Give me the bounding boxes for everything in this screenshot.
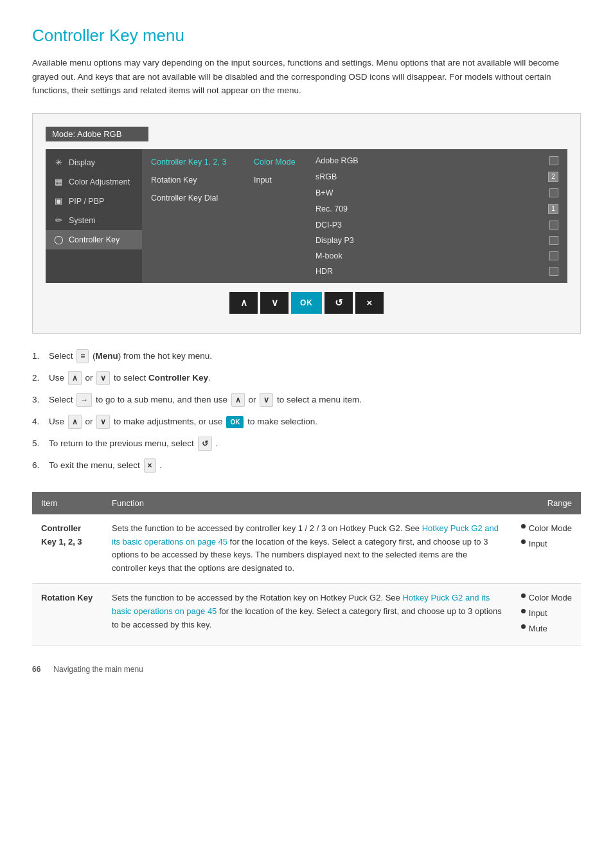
osd-color-adobe-rgb-checkbox[interactable] (549, 156, 558, 165)
osd-colorlist-column: Adobe RGB sRGB 2 B+W Rec. 709 1 DCI-P3 D… (309, 149, 567, 283)
page-title: Controller Key menu (32, 26, 581, 46)
system-icon: ✏ (53, 215, 64, 226)
footer-page-number: 66 (32, 665, 40, 674)
controller-key-icon: ◯ (53, 235, 64, 245)
osd-nav-column: ✳ Display ▦ Color Adjustment ▣ PIP / PBP… (46, 149, 142, 283)
osd-btn-close[interactable]: × (355, 292, 384, 314)
osd-nav-controller-key[interactable]: ◯ Controller Key (46, 230, 142, 249)
osd-submenu-controller-key-123[interactable]: Controller Key 1, 2, 3 (142, 153, 245, 171)
instruction-2-num: 2. (32, 372, 44, 384)
instruction-6: 6. To exit the menu, select × . (32, 458, 581, 473)
instruction-4-num: 4. (32, 415, 44, 428)
pip-pbp-icon: ▣ (53, 196, 64, 206)
up-key-icon[interactable]: ∧ (68, 371, 82, 385)
close-key-icon[interactable]: × (144, 458, 156, 473)
instruction-6-text: To exit the menu, select × . (49, 458, 162, 473)
down-key-3-icon[interactable]: ∨ (96, 415, 110, 429)
osd-color-display-p3[interactable]: Display P3 (309, 233, 567, 248)
instruction-3: 3. Select → to go to a sub menu, and the… (32, 393, 581, 407)
bullet-dot-5 (521, 624, 526, 629)
osd-color-rec709[interactable]: Rec. 709 1 (309, 201, 567, 217)
down-key-2-icon[interactable]: ∨ (260, 393, 273, 407)
osd-color-bw[interactable]: B+W (309, 185, 567, 201)
back-key-icon[interactable]: ↺ (198, 437, 212, 451)
osd-nav-color-adjustment[interactable]: ▦ Color Adjustment (46, 172, 142, 192)
up-key-2-icon[interactable]: ∧ (231, 393, 245, 407)
osd-option-input[interactable]: Input (245, 171, 309, 189)
osd-color-adobe-rgb-label: Adobe RGB (315, 156, 359, 165)
osd-nav-pip-pbp[interactable]: ▣ PIP / PBP (46, 192, 142, 211)
osd-color-dci-p3[interactable]: DCI-P3 (309, 217, 567, 233)
table-header-item: Item (32, 492, 103, 514)
hotkey-puck-link-2[interactable]: Hotkey Puck G2 and its basic operations … (112, 593, 490, 616)
instruction-1-num: 1. (32, 350, 44, 363)
intro-paragraph: Available menu options may vary dependin… (32, 56, 581, 98)
osd-color-mbook-label: M-book (315, 251, 342, 260)
instruction-3-num: 3. (32, 393, 44, 406)
table-header-function: Function (103, 492, 512, 514)
osd-nav-color-adjustment-label: Color Adjustment (69, 177, 130, 186)
table-header-range: Range (512, 492, 581, 514)
osd-color-bw-checkbox[interactable] (549, 188, 558, 197)
table-range-controller-key: Color Mode Input (512, 514, 581, 584)
osd-submenu-column: Controller Key 1, 2, 3 Rotation Key Cont… (142, 149, 245, 283)
osd-btn-down[interactable]: ∨ (260, 292, 289, 314)
range-bullet-color-mode: Color Mode (521, 522, 572, 536)
osd-btn-up[interactable]: ∧ (229, 292, 258, 314)
instruction-6-num: 6. (32, 459, 44, 472)
osd-color-adobe-rgb[interactable]: Adobe RGB (309, 153, 567, 168)
bullet-dot-4 (521, 609, 526, 613)
table-function-rotation-key: Sets the function to be accessed by the … (103, 583, 512, 645)
instruction-1-text: Select ≡ (Menu) from the hot key menu. (49, 349, 212, 363)
arrow-right-icon[interactable]: → (76, 393, 92, 407)
footer: 66 Navigating the main menu (32, 665, 581, 674)
range-input-2-label: Input (529, 607, 547, 620)
osd-color-srgb-label: sRGB (315, 172, 337, 181)
osd-submenu-controller-key-dial[interactable]: Controller Key Dial (142, 189, 245, 207)
instruction-5-text: To return to the previous menu, select ↺… (49, 437, 218, 451)
osd-option-color-mode[interactable]: Color Mode (245, 153, 309, 171)
instructions-list: 1. Select ≡ (Menu) from the hot key menu… (32, 349, 581, 473)
osd-nav-system[interactable]: ✏ System (46, 211, 142, 230)
instruction-2-text: Use ∧ or ∨ to select Controller Key. (49, 371, 211, 385)
osd-color-rec709-badge: 1 (548, 204, 558, 214)
ok-key-icon[interactable]: OK (226, 416, 244, 428)
osd-color-srgb-badge: 2 (548, 172, 558, 182)
osd-color-hdr[interactable]: HDR (309, 264, 567, 279)
osd-color-dci-p3-checkbox[interactable] (549, 221, 558, 230)
osd-submenu-rotation-key[interactable]: Rotation Key (142, 171, 245, 189)
bullet-dot-2 (521, 539, 526, 544)
bullet-dot-3 (521, 593, 526, 598)
osd-color-dci-p3-label: DCI-P3 (315, 221, 342, 230)
range-bullet-color-mode-2: Color Mode (521, 592, 572, 605)
table-row-rotation-key: Rotation Key Sets the function to be acc… (32, 583, 581, 645)
hotkey-puck-link-1[interactable]: Hotkey Puck G2 and its basic operations … (112, 523, 499, 547)
table-range-rotation-key: Color Mode Input Mute (512, 583, 581, 645)
instruction-1: 1. Select ≡ (Menu) from the hot key menu… (32, 349, 581, 363)
range-color-mode-2-label: Color Mode (529, 592, 572, 605)
instruction-4-text: Use ∧ or ∨ to make adjustments, or use O… (49, 415, 317, 429)
range-color-mode-label: Color Mode (529, 522, 572, 536)
range-bullet-input: Input (521, 538, 572, 551)
table-item-controller-key: ControllerKey 1, 2, 3 (32, 514, 103, 584)
instruction-2: 2. Use ∧ or ∨ to select Controller Key. (32, 371, 581, 385)
osd-controls-bar: ∧ ∨ OK ↺ × (46, 292, 567, 314)
osd-color-mbook[interactable]: M-book (309, 248, 567, 264)
osd-btn-ok[interactable]: OK (291, 292, 322, 314)
osd-color-display-p3-label: Display P3 (315, 236, 354, 245)
osd-menu-container: Mode: Adobe RGB ✳ Display ▦ Color Adjust… (32, 113, 581, 334)
up-key-3-icon[interactable]: ∧ (68, 415, 82, 429)
menu-icon: ≡ (76, 349, 89, 363)
osd-color-display-p3-checkbox[interactable] (549, 236, 558, 245)
down-key-icon[interactable]: ∨ (96, 371, 110, 385)
osd-color-srgb[interactable]: sRGB 2 (309, 168, 567, 185)
osd-btn-back[interactable]: ↺ (324, 292, 353, 314)
instruction-5: 5. To return to the previous menu, selec… (32, 437, 581, 451)
osd-color-hdr-checkbox[interactable] (549, 267, 558, 276)
osd-color-mbook-checkbox[interactable] (549, 251, 558, 260)
color-adjustment-icon: ▦ (53, 177, 64, 187)
osd-nav-display[interactable]: ✳ Display (46, 153, 142, 172)
table-item-rotation-key: Rotation Key (32, 583, 103, 645)
osd-nav-controller-key-label: Controller Key (69, 235, 120, 244)
osd-color-rec709-label: Rec. 709 (315, 204, 348, 213)
